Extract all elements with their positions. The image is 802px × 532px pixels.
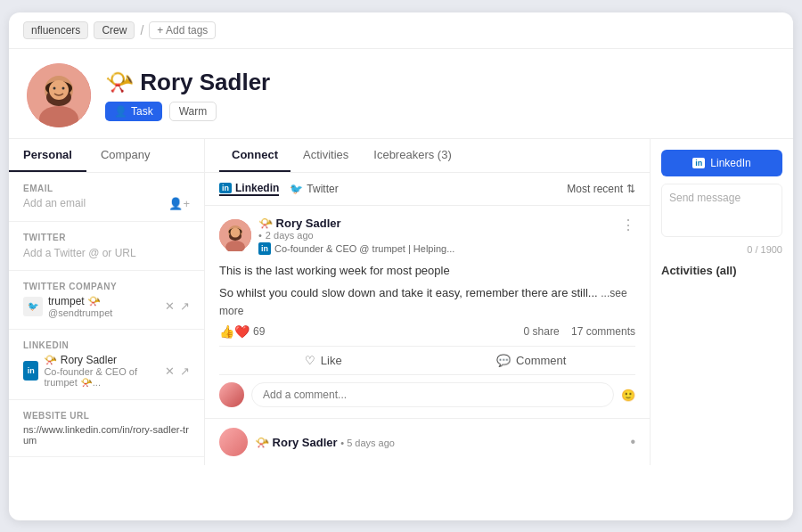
- emoji-button[interactable]: 🙂: [621, 389, 635, 402]
- post-card: 📯 Rory Sadler • 2 days ago in Co-founder…: [205, 206, 650, 420]
- panel-tabs: Personal Company: [9, 139, 204, 173]
- linkedin-row: in 📯 Rory Sadler Co-founder & CEO of tru…: [23, 354, 190, 389]
- send-message-box: Send message: [661, 184, 782, 237]
- comment-avatar: [219, 382, 244, 407]
- avatar-image: [27, 63, 91, 127]
- linkedin-connect-button[interactable]: in LinkedIn: [661, 150, 782, 176]
- post-time-value: 2 days ago: [266, 230, 314, 241]
- tab-connect[interactable]: Connect: [219, 139, 291, 172]
- post-share-comments: 0 share 17 comments: [524, 325, 635, 338]
- comment-action[interactable]: 💬 Comment: [428, 347, 636, 374]
- post-preview-avatar: [219, 428, 248, 456]
- profile-badges: 👤 Task Warm: [105, 102, 270, 121]
- twitter-company-content: 🐦 trumpet 📯 @sendtrumpet: [23, 295, 165, 318]
- tab-icebreakers[interactable]: Icebreakers (3): [361, 139, 463, 172]
- twitter-section: TWITTER Add a Twitter @ or URL: [9, 222, 204, 271]
- warm-badge: Warm: [169, 102, 217, 121]
- comment-input[interactable]: [251, 382, 614, 407]
- reaction-thumbs: 👍: [219, 324, 234, 339]
- center-panel: Connect Activities Icebreakers (3) in Li…: [205, 139, 651, 466]
- tab-activities[interactable]: Activities: [291, 139, 361, 172]
- post-preview-time: 5 days ago: [347, 438, 395, 448]
- linkedin-info: 📯 Rory Sadler Co-founder & CEO of trumpe…: [44, 354, 165, 389]
- post-author-info: 📯 Rory Sadler • 2 days ago in Co-founder…: [258, 217, 454, 255]
- linkedin-content: in 📯 Rory Sadler Co-founder & CEO of tru…: [23, 354, 165, 389]
- website-section: WEBSITE URL ns://www.linkedin.com/in/ror…: [9, 400, 204, 457]
- post-text-line1: This is the last working week for most p…: [219, 262, 635, 280]
- post-preview-author: 📯 Rory Sadler: [255, 436, 338, 449]
- filter-linkedin[interactable]: in Linkedin: [219, 182, 279, 196]
- svg-point-5: [49, 80, 69, 100]
- svg-point-13: [231, 228, 241, 238]
- twitter-company-label: TWITTER COMPANY: [23, 282, 190, 291]
- tab-personal[interactable]: Personal: [9, 139, 86, 172]
- avatar: [27, 63, 91, 127]
- linkedin-section: LINKEDIN in 📯 Rory Sadler Co-founder & C…: [9, 330, 204, 400]
- name-section: 📯 Rory Sadler 👤 Task Warm: [105, 69, 270, 121]
- main-card: nfluencers Crew / + Add tags: [9, 12, 793, 520]
- avatar-svg: [27, 63, 91, 127]
- add-tags-button[interactable]: + Add tags: [149, 21, 216, 39]
- like-icon: ♡: [305, 354, 315, 367]
- twitter-company-row: 🐦 trumpet 📯 @sendtrumpet ✕ ↗: [23, 295, 190, 318]
- post-avatar: [219, 219, 251, 251]
- center-tabs: Connect Activities Icebreakers (3): [205, 139, 650, 173]
- tab-company[interactable]: Company: [86, 139, 165, 172]
- linkedin-subtitle: Co-founder & CEO of trumpet 📯...: [44, 366, 165, 389]
- sort-button[interactable]: Most recent ⇅: [567, 183, 635, 195]
- profile-header: 📯 Rory Sadler 👤 Task Warm: [9, 49, 793, 138]
- like-action[interactable]: ♡ Like: [219, 347, 428, 374]
- linkedin-filter-icon: in: [219, 183, 232, 193]
- task-button[interactable]: 👤 Task: [105, 102, 162, 121]
- add-email-icon[interactable]: 👤+: [168, 197, 190, 210]
- linkedin-link-icon[interactable]: ↗: [180, 364, 190, 378]
- tag-crew[interactable]: Crew: [94, 21, 135, 39]
- post-meta: in Co-founder & CEO @ trumpet | Helping.…: [258, 242, 454, 255]
- send-message-placeholder: Send message: [669, 192, 741, 204]
- post-time: •: [258, 230, 262, 241]
- email-row: Add an email 👤+: [23, 197, 190, 210]
- post-text-line2: So whilst you could slow down and take i…: [219, 284, 635, 319]
- svg-point-6: [53, 86, 56, 89]
- post-author-name: 📯 Rory Sadler: [258, 217, 454, 230]
- reaction-icons: 👍 ❤️: [219, 324, 250, 339]
- linkedin-remove-icon[interactable]: ✕: [165, 364, 175, 378]
- post-menu-icon[interactable]: ⋮: [621, 217, 635, 233]
- twitter-filter-icon: 🐦: [290, 183, 303, 195]
- post-li-icon: in: [258, 242, 271, 255]
- linkedin-actions: ✕ ↗: [165, 364, 190, 378]
- comment-icon: 💬: [496, 354, 511, 367]
- twitter-company-link-icon[interactable]: ↗: [180, 299, 190, 313]
- email-section: EMAIL Add an email 👤+: [9, 173, 204, 222]
- reaction-heart: ❤️: [234, 324, 250, 339]
- linkedin-icon-box: in: [23, 361, 38, 381]
- twitter-company-actions: ✕ ↗: [165, 299, 190, 313]
- linkedin-label: LINKEDIN: [23, 340, 190, 350]
- twitter-company-remove-icon[interactable]: ✕: [165, 299, 175, 313]
- twitter-company-handle: @sendtrumpet: [48, 307, 112, 318]
- linkedin-name: 📯 Rory Sadler: [44, 354, 165, 366]
- tag-influencers[interactable]: nfluencers: [23, 21, 88, 39]
- task-icon: 👤: [114, 105, 127, 118]
- comment-box: 🙂: [219, 382, 635, 407]
- twitter-company-icon: 🐦: [23, 297, 43, 316]
- filter-twitter[interactable]: 🐦 Twitter: [290, 182, 338, 196]
- website-label: WEBSITE URL: [23, 411, 190, 421]
- twitter-placeholder: Add a Twitter @ or URL: [23, 247, 136, 259]
- website-value: ns://www.linkedin.com/in/rory-sadler-tru…: [23, 424, 190, 446]
- name-emoji: 📯: [105, 69, 140, 95]
- slash-divider: /: [140, 23, 143, 37]
- twitter-company-section: TWITTER COMPANY 🐦 trumpet 📯 @sendtrumpet…: [9, 271, 204, 330]
- post-preview: 📯 Rory Sadler • 5 days ago •: [205, 419, 650, 465]
- activities-label: Activities (all): [661, 264, 782, 277]
- post-author: 📯 Rory Sadler • 2 days ago in Co-founder…: [219, 217, 454, 255]
- reactions: 👍 ❤️ 69: [219, 324, 265, 339]
- right-panel: in LinkedIn Send message 0 / 1900 Activi…: [651, 139, 793, 466]
- filter-buttons: in Linkedin 🐦 Twitter: [219, 182, 339, 196]
- twitter-label: TWITTER: [23, 233, 190, 242]
- svg-point-7: [62, 86, 65, 89]
- twitter-company-name: trumpet 📯: [48, 295, 112, 307]
- post-preview-menu[interactable]: •: [630, 434, 635, 450]
- connect-filter: in Linkedin 🐦 Twitter Most recent ⇅: [205, 173, 650, 206]
- post-preview-info: 📯 Rory Sadler • 5 days ago: [255, 436, 395, 449]
